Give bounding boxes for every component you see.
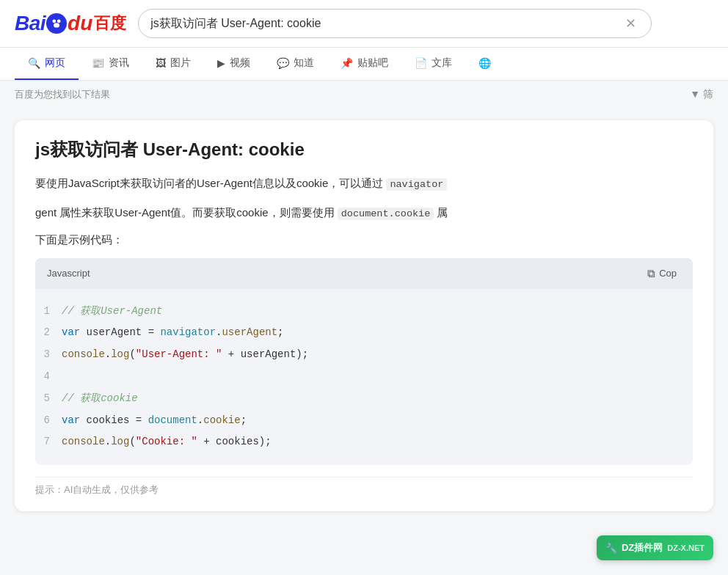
tab-tieba[interactable]: 📌 贴贴吧 bbox=[327, 48, 401, 80]
line-code-6: var cookies = document.cookie; bbox=[62, 412, 693, 430]
line-num-2: 2 bbox=[35, 324, 62, 342]
images-icon: 🖼 bbox=[156, 57, 166, 69]
tab-webpage-label: 网页 bbox=[45, 56, 65, 70]
line-num-3: 3 bbox=[35, 346, 62, 364]
copy-button[interactable]: ⧉ Cop bbox=[643, 265, 681, 282]
inline-code-cookie: document.cookie bbox=[338, 208, 434, 220]
news-icon: 📰 bbox=[92, 57, 104, 69]
line-num-1: 1 bbox=[35, 303, 62, 321]
tab-images-label: 图片 bbox=[170, 56, 191, 70]
nav-tabs: 🔍 网页 📰 资讯 🖼 图片 ▶ 视频 💬 知道 📌 贴贴吧 📄 文库 🌐 bbox=[0, 48, 728, 81]
svg-point-1 bbox=[57, 19, 61, 23]
copy-icon: ⧉ bbox=[647, 267, 655, 280]
below-code-intro: 下面是示例代码： bbox=[35, 230, 693, 249]
main-content: js获取访问者 User-Agent: cookie 要使用JavaScript… bbox=[0, 109, 728, 523]
line-num-7: 7 bbox=[35, 433, 62, 451]
code-line-6: 6 var cookies = document.cookie; bbox=[35, 410, 693, 432]
ai-footer-text: 提示：AI自动生成，仅供参考 bbox=[35, 484, 159, 495]
inline-code-navigator: navigator bbox=[386, 178, 447, 191]
tab-news-label: 资讯 bbox=[109, 56, 129, 70]
results-info-text: 百度为您找到以下结果 bbox=[15, 88, 110, 101]
logo-bai: Bai bbox=[15, 12, 46, 35]
svg-point-0 bbox=[52, 19, 56, 23]
dz-url: DZ-X.NET bbox=[667, 543, 705, 552]
code-line-2: 2 var userAgent = navigator.userAgent; bbox=[35, 322, 693, 344]
copy-label: Cop bbox=[659, 268, 677, 279]
tab-wenku-label: 文库 bbox=[432, 56, 452, 70]
desc2-text-before: gent 属性来获取User-Agent值。而要获取cookie，则需要使用 bbox=[35, 206, 338, 219]
tab-wenku[interactable]: 📄 文库 bbox=[401, 48, 465, 80]
dz-watermark: 🔧 DZ插件网 DZ-X.NET bbox=[597, 535, 713, 560]
code-block-header: Javascript ⧉ Cop bbox=[35, 258, 693, 289]
logo-chinese: 百度 bbox=[94, 12, 126, 34]
code-line-4: 4 bbox=[35, 366, 693, 388]
baidu-logo[interactable]: Bai du 百度 bbox=[15, 12, 126, 35]
line-code-7: console.log("Cookie: " + cookies); bbox=[62, 433, 693, 451]
tab-news[interactable]: 📰 资讯 bbox=[79, 48, 142, 80]
zhidao-icon: 💬 bbox=[277, 57, 289, 69]
tab-zhidao-label: 知道 bbox=[294, 56, 314, 70]
tieba-icon: 📌 bbox=[341, 57, 353, 69]
tab-images[interactable]: 🖼 图片 bbox=[142, 48, 204, 80]
search-clear-icon[interactable]: ✕ bbox=[622, 15, 639, 32]
ai-card-description-1: 要使用JavaScript来获取访问者的User-Agent信息以及cookie… bbox=[35, 173, 693, 194]
line-num-4: 4 bbox=[35, 368, 62, 386]
webpage-icon: 🔍 bbox=[28, 57, 40, 69]
tab-video[interactable]: ▶ 视频 bbox=[204, 48, 263, 80]
line-num-5: 5 bbox=[35, 390, 62, 408]
more-icon: 🌐 bbox=[478, 57, 491, 69]
search-input[interactable] bbox=[150, 17, 622, 30]
line-code-2: var userAgent = navigator.userAgent; bbox=[62, 324, 693, 342]
desc2-text-after: 属 bbox=[434, 206, 448, 219]
tab-more[interactable]: 🌐 bbox=[465, 48, 504, 79]
video-icon: ▶ bbox=[217, 57, 225, 69]
line-code-5: // 获取cookie bbox=[62, 390, 693, 408]
code-line-1: 1 // 获取User-Agent bbox=[35, 301, 693, 323]
search-bar: ✕ bbox=[138, 9, 652, 38]
desc1-text: 要使用JavaScript来获取访问者的User-Agent信息以及cookie… bbox=[35, 177, 386, 189]
tab-video-label: 视频 bbox=[230, 56, 250, 70]
logo-du: du bbox=[68, 12, 92, 35]
code-block: Javascript ⧉ Cop 1 // 获取User-Agent 2 var… bbox=[35, 258, 693, 466]
code-line-7: 7 console.log("Cookie: " + cookies); bbox=[35, 431, 693, 453]
code-line-5: 5 // 获取cookie bbox=[35, 388, 693, 410]
line-num-6: 6 bbox=[35, 412, 62, 430]
code-block-body: 1 // 获取User-Agent 2 var userAgent = navi… bbox=[35, 289, 693, 466]
dz-icon: 🔧 bbox=[605, 543, 617, 554]
line-code-1: // 获取User-Agent bbox=[62, 303, 693, 321]
ai-footer: 提示：AI自动生成，仅供参考 bbox=[35, 477, 693, 497]
ai-card-description-2: gent 属性来获取User-Agent值。而要获取cookie，则需要使用 d… bbox=[35, 202, 693, 223]
code-lang-label: Javascript bbox=[47, 268, 90, 279]
ai-card-title: js获取访问者 User-Agent: cookie bbox=[35, 138, 693, 161]
results-header: 百度为您找到以下结果 ▼ 筛 bbox=[0, 81, 728, 109]
tab-tieba-label: 贴贴吧 bbox=[357, 56, 388, 70]
tab-zhidao[interactable]: 💬 知道 bbox=[263, 48, 327, 80]
line-code-3: console.log("User-Agent: " + userAgent); bbox=[62, 346, 693, 364]
svg-point-2 bbox=[54, 23, 59, 27]
tab-webpage[interactable]: 🔍 网页 bbox=[15, 48, 79, 80]
logo-paw-icon bbox=[46, 13, 67, 34]
line-code-4 bbox=[62, 368, 693, 386]
ai-result-card: js获取访问者 User-Agent: cookie 要使用JavaScript… bbox=[15, 120, 713, 511]
dz-text: DZ插件网 bbox=[622, 541, 663, 554]
header: Bai du 百度 ✕ bbox=[0, 0, 728, 48]
code-line-3: 3 console.log("User-Agent: " + userAgent… bbox=[35, 344, 693, 366]
wenku-icon: 📄 bbox=[415, 57, 427, 69]
filter-icon[interactable]: ▼ 筛 bbox=[690, 88, 713, 101]
